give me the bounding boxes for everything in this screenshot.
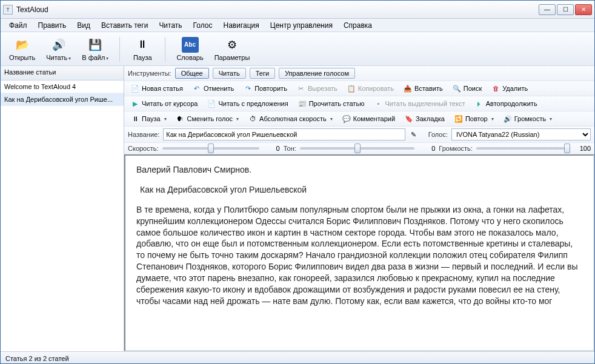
maximize-button[interactable]: ☐ (557, 4, 574, 15)
window-title: TextAloud (16, 5, 539, 14)
status-text: Статья 2 из 2 статей (5, 355, 69, 362)
toolbar-row-1: 📄Новая статья ↶Отменить ↷Повторить ✂Выре… (124, 81, 594, 96)
text-paragraph: Как на Дерибасовской угол Ришельевской (140, 184, 582, 196)
auto-continue-button[interactable]: ⏵Автопродолжить (472, 98, 540, 109)
menu-view[interactable]: Вид (72, 20, 95, 31)
menu-help[interactable]: Справка (339, 20, 377, 31)
read-icon: 🔊 (51, 37, 67, 53)
sliders-row: Скорость: 0 Тон: 0 Громкость: 100 (124, 143, 594, 154)
name-label: Название: (128, 131, 159, 138)
chevron-down-icon: ▾ (330, 116, 333, 122)
menu-file[interactable]: Файл (4, 20, 32, 31)
autocontinue-icon: ⏵ (475, 99, 484, 108)
tone-label: Тон: (284, 145, 296, 152)
tone-value: 0 (418, 145, 435, 152)
sidebar-item[interactable]: Как на Дерибасовской угол Рише... (1, 93, 124, 106)
redo-button[interactable]: ↷Повторить (241, 83, 290, 94)
undo-button[interactable]: ↶Отменить (190, 83, 237, 94)
cut-button: ✂Вырезать (294, 83, 341, 94)
read-selection-button: •Читать выделенный текст (371, 98, 468, 109)
chevron-down-icon: ▾ (164, 116, 167, 122)
title-bar: T TextAloud — ☐ ✕ (1, 1, 594, 19)
bookmark-button[interactable]: 🔖Закладка (402, 113, 448, 124)
pause-icon: ⏸ (131, 114, 139, 123)
instruments-label: Инструменты: (128, 70, 171, 77)
menu-insert-tags[interactable]: Вставить теги (96, 20, 153, 31)
open-button[interactable]: 📂Открыть (5, 36, 39, 62)
article-sidebar: Название статьи Welcome to TextAloud 4 К… (1, 66, 124, 351)
paste-button[interactable]: 📥Вставить (401, 83, 446, 94)
close-button[interactable]: ✕ (575, 4, 592, 15)
copy-icon: 📋 (347, 84, 356, 93)
page-icon: 📄 (131, 84, 139, 93)
volume-label: Громкость: (439, 145, 473, 152)
speed-value: 0 (263, 145, 280, 152)
volume-slider[interactable] (476, 147, 570, 150)
copy-button: 📋Копировать (344, 83, 397, 94)
search-icon: 🔍 (453, 84, 461, 93)
tab-read[interactable]: Читать (213, 68, 246, 79)
article-text[interactable]: Валерий Павлович Смирнов. Как на Дерибас… (124, 154, 594, 351)
bookmark-icon: 🔖 (405, 114, 413, 123)
volume-icon: 🔊 (504, 114, 512, 123)
new-article-button[interactable]: 📄Новая статья (128, 83, 186, 94)
app-icon: T (3, 5, 13, 15)
volume-value: 100 (574, 145, 591, 152)
undo-icon: ↶ (193, 84, 201, 93)
comment-button[interactable]: 💬Комментарий (339, 113, 398, 124)
separator (119, 37, 120, 61)
read-article-button[interactable]: 📰Прочитать статью (295, 98, 368, 109)
pause-dd-button[interactable]: ⏸Пауза▾ (128, 113, 170, 124)
article-name-input[interactable] (163, 128, 405, 141)
pause-button[interactable]: ⏸Пауза (127, 36, 158, 62)
read-from-sentence-button[interactable]: 📄Читать с предложения (204, 98, 291, 109)
search-button[interactable]: 🔍Поиск (450, 83, 485, 94)
menu-voice[interactable]: Голос (188, 20, 218, 31)
sidebar-header: Название статьи (1, 66, 124, 81)
abs-speed-button[interactable]: ⏱Абсолютная скорость▾ (245, 113, 336, 124)
menu-navigation[interactable]: Навигация (219, 20, 264, 31)
voice-label: Голос: (428, 131, 448, 138)
tone-slider[interactable] (300, 147, 415, 150)
speed-slider[interactable] (162, 147, 259, 150)
status-bar: Статья 2 из 2 статей (1, 351, 594, 364)
pause-icon: ⏸ (135, 37, 150, 53)
tab-general[interactable]: Общее (175, 68, 209, 79)
gear-icon: ⚙ (224, 37, 240, 53)
dictionary-button[interactable]: AbcСловарь (173, 36, 207, 62)
menu-edit[interactable]: Править (33, 20, 71, 31)
speed-icon: ⏱ (248, 114, 257, 123)
pen-icon[interactable]: ✎ (409, 130, 419, 139)
tab-voice-control[interactable]: Управление голосом (279, 68, 355, 79)
to-file-button[interactable]: 💾В файл▾ (78, 36, 112, 62)
play-icon: ▶ (131, 99, 139, 108)
menu-read[interactable]: Читать (154, 20, 187, 31)
chevron-down-icon: ▾ (236, 116, 239, 122)
change-voice-button[interactable]: 🗣Сменить голос▾ (173, 113, 242, 124)
settings-button[interactable]: ⚙Параметры (211, 36, 254, 62)
tab-tags[interactable]: Теги (250, 68, 275, 79)
speed-label: Скорость: (128, 145, 159, 152)
sidebar-item[interactable]: Welcome to TextAloud 4 (1, 81, 124, 93)
selection-icon: • (374, 99, 382, 108)
voice-icon: 🗣 (176, 114, 185, 123)
scissors-icon: ✂ (297, 84, 305, 93)
main-toolbar: 📂Открыть 🔊Читать▾ 💾В файл▾ ⏸Пауза AbcСло… (1, 32, 594, 66)
paste-icon: 📥 (404, 84, 412, 93)
menu-control-center[interactable]: Центр управления (265, 20, 337, 31)
delete-button[interactable]: 🗑Удалить (488, 83, 531, 94)
volume-button[interactable]: 🔊Громкость▾ (500, 113, 555, 124)
open-icon: 📂 (15, 37, 30, 53)
comment-icon: 💬 (342, 114, 351, 123)
redo-icon: ↷ (244, 84, 252, 93)
read-from-cursor-button[interactable]: ▶Читать от курсора (128, 98, 201, 109)
minimize-button[interactable]: — (539, 4, 556, 15)
dictionary-icon: Abc (182, 37, 199, 53)
text-paragraph: Валерий Павлович Смирнов. (136, 164, 582, 176)
page-icon: 📄 (207, 99, 216, 108)
read-button[interactable]: 🔊Читать▾ (42, 36, 75, 62)
toolbar-row-3: ⏸Пауза▾ 🗣Сменить голос▾ ⏱Абсолютная скор… (124, 111, 594, 127)
chevron-down-icon: ▾ (106, 56, 108, 61)
voice-select[interactable]: IVONA Tatyana22 (Russian) (451, 128, 591, 141)
repeat-button[interactable]: 🔁Повтор▾ (451, 113, 497, 124)
